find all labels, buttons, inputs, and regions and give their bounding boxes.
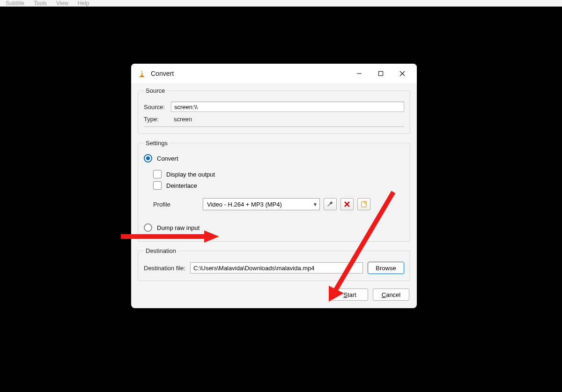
deinterlace-row[interactable]: Deinterlace	[153, 181, 404, 190]
edit-profile-button[interactable]	[324, 198, 337, 210]
profile-combo[interactable]: Video - H.264 + MP3 (MP4) ▼	[203, 198, 320, 210]
dump-raw-row[interactable]: Dump raw input	[144, 223, 404, 232]
new-profile-button[interactable]	[357, 198, 370, 210]
settings-legend: Settings	[144, 140, 170, 147]
profile-row: Profile Video - H.264 + MP3 (MP4) ▼	[153, 198, 404, 210]
convert-radio-label: Convert	[157, 155, 178, 162]
source-group: Source Source: Type: screen	[138, 87, 410, 134]
display-output-row[interactable]: Display the output	[153, 170, 404, 178]
menu-tools[interactable]: Tools	[34, 0, 47, 7]
titlebar[interactable]: Convert	[131, 64, 417, 83]
wrench-icon	[326, 200, 334, 208]
convert-radio-row[interactable]: Convert	[144, 154, 404, 163]
svg-rect-1	[140, 74, 143, 75]
dialog-title: Convert	[151, 70, 174, 77]
profile-combo-value: Video - H.264 + MP3 (MP4)	[207, 201, 313, 208]
destination-file-label: Destination file:	[144, 265, 185, 272]
dump-raw-radio[interactable]	[144, 223, 152, 232]
close-button[interactable]	[392, 66, 413, 81]
source-label: Source:	[144, 104, 171, 111]
display-output-checkbox[interactable]	[153, 170, 162, 178]
browse-button[interactable]: Browse	[368, 262, 404, 274]
settings-group: Settings Convert Display the output Dein…	[138, 140, 410, 242]
deinterlace-label: Deinterlace	[166, 182, 197, 189]
convert-dialog: Convert Source Source: Type: screen Sett…	[131, 64, 417, 308]
menu-subtitle[interactable]: Subtitle	[6, 0, 24, 7]
type-label: Type:	[144, 116, 171, 123]
deinterlace-checkbox[interactable]	[153, 181, 162, 190]
dump-raw-label: Dump raw input	[157, 224, 200, 231]
dialog-actions: Start Cancel	[138, 287, 410, 302]
profile-label: Profile	[153, 201, 199, 208]
menu-help[interactable]: Help	[78, 0, 89, 7]
minimize-button[interactable]	[348, 66, 370, 81]
display-output-label: Display the output	[166, 171, 215, 178]
source-legend: Source	[144, 87, 167, 94]
chevron-down-icon: ▼	[313, 202, 318, 207]
destination-legend: Destination	[144, 247, 178, 254]
convert-radio[interactable]	[144, 154, 152, 163]
type-value: screen	[171, 115, 404, 124]
new-document-icon	[360, 200, 368, 208]
destination-group: Destination Destination file: Browse	[138, 247, 410, 281]
delete-profile-button[interactable]	[340, 198, 354, 210]
maximize-button[interactable]	[370, 66, 392, 81]
vlc-cone-icon	[138, 69, 146, 78]
menu-view[interactable]: View	[56, 0, 68, 7]
svg-rect-0	[141, 72, 143, 73]
cancel-button[interactable]: Cancel	[373, 288, 409, 301]
destination-file-input[interactable]	[190, 262, 363, 274]
svg-rect-4	[379, 72, 383, 76]
source-input[interactable]	[171, 102, 404, 112]
start-button[interactable]: Start	[332, 288, 368, 301]
svg-rect-2	[140, 76, 145, 77]
x-icon	[343, 200, 351, 208]
menubar: Subtitle Tools View Help	[0, 0, 562, 7]
